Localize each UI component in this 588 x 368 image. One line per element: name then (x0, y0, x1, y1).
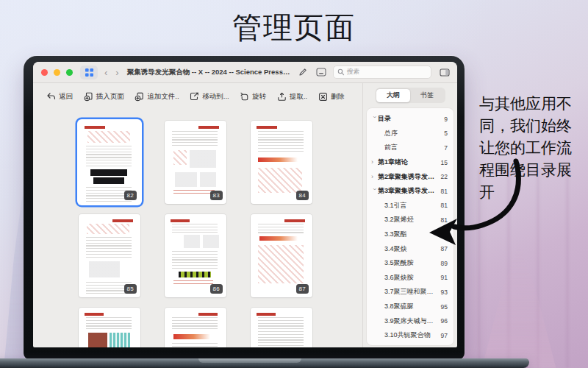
extract-button[interactable]: 提取.. (277, 92, 307, 102)
search-placeholder: 搜索 (347, 68, 359, 77)
sidebar-tabs: 大纲 书签 (376, 88, 445, 103)
outline-item[interactable]: 第1章绪论 15 (367, 155, 453, 170)
outline-item[interactable]: 3.6聚炔胺 91 (367, 271, 453, 286)
outline-item-page: 95 (438, 303, 448, 311)
chevron-icon (371, 174, 378, 180)
laptop-mockup: ‹ › 聚集诱导发光聚合物 -- X -- 2024 -- Science Pr… (24, 56, 465, 359)
close-button[interactable] (41, 69, 48, 76)
markup-icon (316, 68, 326, 77)
outline-item-label: 目录 (378, 114, 441, 124)
page-grid-view-button[interactable] (80, 66, 98, 79)
outline-item-label: 3.1引言 (384, 201, 438, 210)
page-preview (165, 308, 226, 347)
traffic-lights (41, 69, 73, 76)
page-thumbnail[interactable] (251, 308, 312, 347)
outline-item-label: 3.2聚烯烃 (384, 215, 438, 224)
outline-item[interactable]: 目录 9 (367, 112, 453, 127)
laptop-base-notch (198, 358, 301, 363)
outline-item[interactable]: 3.7聚三唑和聚噁唑 93 (367, 285, 453, 300)
outline-item[interactable]: 3.8聚硫脲 95 (367, 300, 453, 314)
insert-page-button[interactable]: 插入页面 (84, 92, 124, 102)
outline-item-page: 81 (438, 216, 448, 224)
outline-item[interactable]: 第3章聚集诱导发光聚... 81 (367, 184, 453, 199)
page-number-badge: 84 (296, 191, 309, 200)
back-button[interactable]: 返回 (46, 92, 73, 102)
zoom-button[interactable] (66, 69, 73, 76)
page-thumbnail[interactable]: 83 (165, 121, 226, 204)
page-thumbnail[interactable]: 87 (251, 214, 312, 297)
toolbar-label: 返回 (59, 92, 73, 102)
outline-item-label: 总序 (384, 129, 441, 138)
outline-item-page: 7 (441, 144, 448, 152)
window-body: 返回 插入页面 (33, 83, 457, 347)
outline-item[interactable]: 3.3聚酯 85 (367, 227, 453, 242)
outline-item[interactable]: 3.4聚炔 87 (367, 241, 453, 256)
markup-button[interactable] (315, 66, 328, 78)
nav-back-button[interactable]: ‹ (103, 68, 109, 77)
outline-item-label: 第2章聚集诱导发光聚... (378, 172, 438, 182)
page-thumbnail[interactable]: 86 (165, 214, 226, 297)
sidebar: 大纲 书签 目录 9 (362, 83, 457, 347)
outline-item-label: 3.9聚席夫碱与含BOD... (384, 316, 438, 326)
toolbar-label: 提取.. (290, 92, 307, 102)
rotate-button[interactable]: 旋转 (240, 92, 266, 102)
append-file-icon (135, 92, 144, 102)
outline-item-page: 81 (438, 202, 448, 209)
pages-panel: 返回 插入页面 (33, 83, 362, 347)
outline-item-label: 3.4聚炔 (384, 244, 438, 254)
outline-item[interactable]: 3.5聚酰胺 89 (367, 256, 453, 271)
outline-item-page: 85 (438, 231, 448, 238)
nav-forward-button[interactable]: › (114, 68, 120, 77)
page-thumbnail[interactable]: 85 (79, 214, 140, 297)
outline-item-label: 3.5聚酰胺 (384, 258, 438, 268)
outline-item[interactable]: 3.11手性聚合物 98 (367, 343, 453, 347)
sidebar-toggle-button[interactable] (438, 66, 451, 78)
back-icon (46, 92, 56, 101)
page-thumbnail[interactable] (79, 308, 140, 347)
page-thumbnail[interactable]: 82 (79, 121, 140, 204)
outline-item[interactable]: 3.2聚烯烃 81 (367, 213, 453, 227)
outline-item-label: 3.10共轭聚合物 (384, 330, 438, 340)
pencil-icon (298, 68, 307, 77)
grid-icon (85, 68, 94, 77)
outline-item[interactable]: 3.10共轭聚合物 97 (367, 328, 453, 343)
outline-item-label: 3.7聚三唑和聚噁唑 (384, 287, 438, 297)
outline-item[interactable]: 第2章聚集诱导发光聚... 22 (367, 169, 453, 184)
toolbar-label: 插入页面 (96, 92, 124, 102)
delete-button[interactable]: 删除 (318, 92, 345, 102)
outline-item[interactable]: 3.9聚席夫碱与含BOD... 96 (367, 314, 453, 328)
sidebar-toggle-icon (440, 68, 450, 77)
outline-item[interactable]: 3.1引言 81 (367, 199, 453, 213)
laptop-base (0, 358, 529, 368)
move-to-icon (190, 92, 199, 101)
delete-icon (318, 92, 328, 102)
search-input[interactable]: 搜索 (333, 66, 431, 79)
tab-outline[interactable]: 大纲 (376, 89, 410, 102)
toolbar: 返回 插入页面 (33, 83, 362, 110)
toolbar-label: 旋转 (252, 92, 266, 102)
page-preview (251, 308, 312, 347)
outline-item-page: 91 (438, 274, 448, 281)
outline-item[interactable]: 前言 7 (367, 141, 453, 155)
append-file-button[interactable]: 追加文件.. (135, 92, 179, 102)
outline-item-page: 15 (438, 159, 448, 166)
outline-item-page: 89 (438, 260, 448, 267)
edit-button[interactable] (296, 66, 309, 78)
chevron-icon (371, 188, 378, 195)
page-number-badge: 85 (124, 284, 137, 294)
outline-item-page: 22 (438, 173, 448, 180)
page-thumbnail[interactable]: 84 (251, 121, 312, 204)
move-to-button[interactable]: 移动到... (190, 92, 229, 102)
page-thumbnail[interactable] (165, 308, 226, 347)
outline-item-label: 3.3聚酯 (384, 230, 438, 239)
outline-item-page: 96 (438, 317, 448, 325)
search-icon (337, 68, 345, 76)
outline-item-label: 第1章绪论 (378, 158, 438, 167)
outline-item-page: 81 (438, 188, 448, 195)
chevron-icon (371, 159, 378, 166)
outline-item-label: 3.8聚硫脲 (384, 302, 438, 311)
outline-item[interactable]: 总序 5 (367, 127, 453, 141)
outline-item-page: 9 (441, 116, 448, 123)
tab-bookmarks[interactable]: 书签 (410, 89, 444, 102)
minimize-button[interactable] (54, 69, 60, 76)
